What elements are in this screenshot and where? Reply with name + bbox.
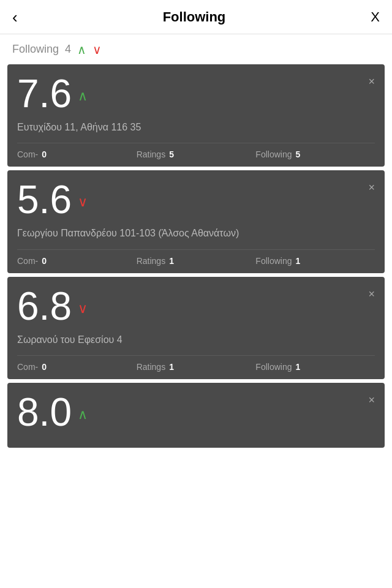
card-close-button[interactable]: × [368,181,375,194]
card-top-row: 7.6 ∧ × [17,74,375,113]
subheader: Following 4 ∧ ∨ [0,34,392,64]
following-value: 5 [295,149,300,159]
stat-following: Following 5 [255,149,375,159]
following-value: 1 [295,256,300,266]
stat-ratings: Ratings 1 [137,362,256,372]
card-score: 6.8 [17,287,72,326]
stat-comments: Com- 0 [17,149,137,159]
card-direction-icon: ∧ [78,88,88,104]
close-button[interactable]: X [371,9,380,25]
ratings-label: Ratings [137,256,165,266]
sort-up-button[interactable]: ∧ [77,43,86,56]
following-label: Following [255,362,292,372]
back-button[interactable]: ‹ [12,9,18,25]
card-direction-icon: ∧ [78,407,88,423]
card-stats: Com- 0 Ratings 1 Following 1 [17,249,375,266]
stat-comments: Com- 0 [17,362,137,372]
card-close-button[interactable]: × [368,75,375,88]
following-label: Following [255,256,292,266]
card-address: Ευτυχίδου 11, Αθήνα 116 35 [17,121,375,134]
card-stats: Com- 0 Ratings 1 Following 1 [17,355,375,372]
ratings-label: Ratings [137,149,165,159]
ratings-value: 1 [169,256,174,266]
card-close-button[interactable]: × [368,394,375,407]
score-row: 7.6 ∧ [17,74,88,113]
card-address: Γεωργίου Παπανδρέου 101-103 (Άλσος Αθανά… [17,227,375,240]
stat-ratings: Ratings 1 [137,256,256,266]
ratings-value: 5 [169,149,174,159]
com-value: 0 [42,362,47,372]
card-score: 8.0 [17,393,72,432]
card-score: 5.6 [17,180,72,219]
card-direction-icon: ∨ [78,301,88,317]
list-item: 7.6 ∧ × Ευτυχίδου 11, Αθήνα 116 35 Com- … [7,64,385,167]
card-score: 7.6 [17,74,72,113]
header: ‹ Following X [0,0,392,34]
page-title: Following [163,9,226,25]
list-item: 5.6 ∨ × Γεωργίου Παπανδρέου 101-103 (Άλσ… [7,170,385,273]
sort-down-button[interactable]: ∨ [92,43,102,56]
score-row: 8.0 ∧ [17,393,88,432]
card-address: Σωρανού του Εφεσίου 4 [17,333,375,347]
com-value: 0 [42,149,47,159]
stat-ratings: Ratings 5 [137,149,256,159]
stat-following: Following 1 [255,256,375,266]
list-item: 8.0 ∧ × [7,383,385,448]
com-label: Com- [17,149,38,159]
card-top-row: 8.0 ∧ × [17,393,375,432]
following-value: 1 [295,362,300,372]
cards-list: 7.6 ∧ × Ευτυχίδου 11, Αθήνα 116 35 Com- … [0,64,392,448]
com-label: Com- [17,256,38,266]
card-stats: Com- 0 Ratings 5 Following 5 [17,143,375,159]
following-label: Following [12,43,59,56]
score-row: 5.6 ∨ [17,180,88,219]
ratings-label: Ratings [137,362,165,372]
stat-following: Following 1 [255,362,375,372]
score-row: 6.8 ∨ [17,287,88,326]
list-item: 6.8 ∨ × Σωρανού του Εφεσίου 4 Com- 0 Rat… [7,277,385,379]
stat-comments: Com- 0 [17,256,137,266]
following-label: Following [255,149,292,159]
card-close-button[interactable]: × [368,288,375,301]
com-value: 0 [42,256,47,266]
card-top-row: 5.6 ∨ × [17,180,375,219]
com-label: Com- [17,362,38,372]
card-direction-icon: ∨ [78,194,88,210]
card-top-row: 6.8 ∨ × [17,287,375,326]
ratings-value: 1 [169,362,174,372]
following-count: 4 [65,43,71,56]
